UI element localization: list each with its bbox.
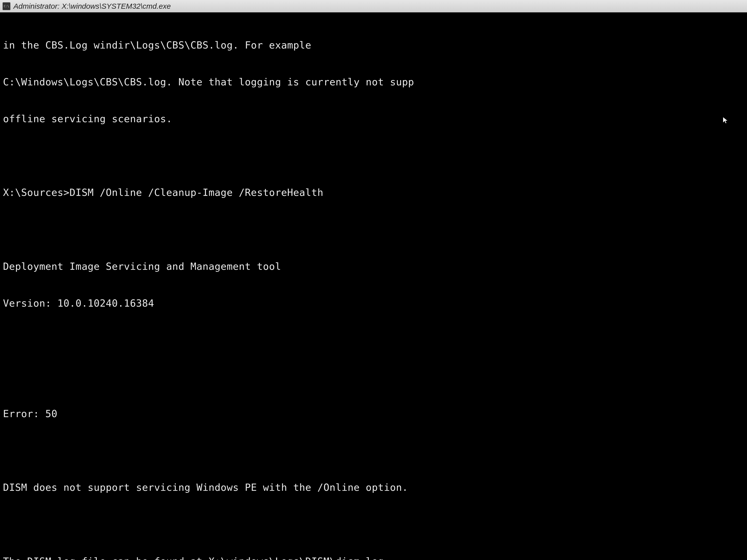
output-line: offline servicing scenarios. [3, 113, 744, 125]
error-line: Error: 50 [3, 408, 744, 420]
titlebar[interactable]: Administrator: X:\windows\SYSTEM32\cmd.e… [0, 0, 747, 12]
blank-line [3, 150, 744, 162]
output-line: Version: 10.0.10240.16384 [3, 297, 744, 310]
blank-line [3, 518, 744, 530]
command-line: X:\Sources>DISM /Online /Cleanup-Image /… [3, 186, 744, 198]
output-line: Deployment Image Servicing and Managemen… [3, 260, 744, 272]
error-message: DISM does not support servicing Windows … [3, 481, 744, 494]
log-path-line: The DISM log file can be found at X:\win… [3, 555, 744, 560]
cmd-icon [2, 2, 10, 10]
terminal-output[interactable]: in the CBS.Log windir\Logs\CBS\CBS.log. … [0, 12, 747, 560]
blank-line [3, 223, 744, 236]
window-title: Administrator: X:\windows\SYSTEM32\cmd.e… [14, 2, 171, 10]
output-line: C:\Windows\Logs\CBS\CBS.log. Note that l… [3, 76, 744, 88]
output-line: in the CBS.Log windir\Logs\CBS\CBS.log. … [3, 39, 744, 51]
cmd-window: Administrator: X:\windows\SYSTEM32\cmd.e… [0, 0, 747, 560]
blank-line [3, 334, 744, 346]
blank-line [3, 371, 744, 383]
blank-line [3, 445, 744, 457]
